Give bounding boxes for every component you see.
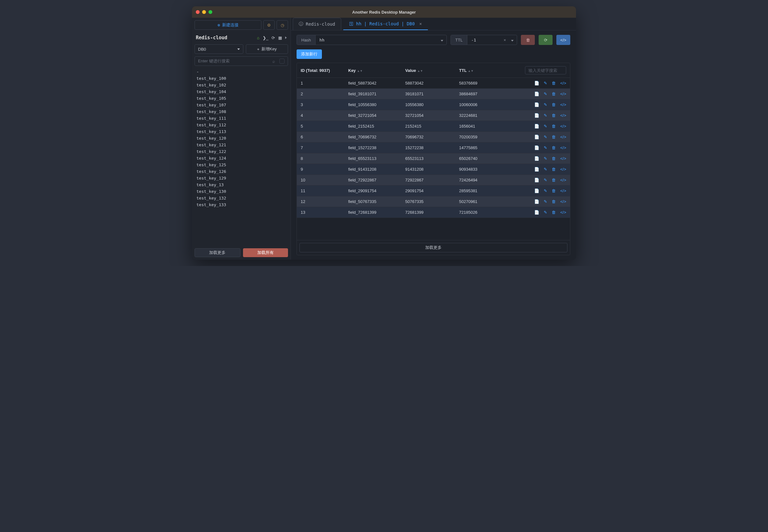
ttl-dropdown[interactable] [508,38,517,42]
key-list-item[interactable]: - [194,68,288,75]
sort-icon[interactable]: ▲▼ [417,69,423,73]
copy-icon[interactable]: 📄 [534,167,539,172]
sidebar-load-all-button[interactable]: 加载所有 [243,248,288,257]
edit-icon[interactable]: ✎ [544,124,547,129]
delete-row-icon[interactable]: 🗑 [552,178,556,182]
table-row[interactable]: 9field_914312089143120890934833📄✎🗑</> [297,164,570,175]
delete-row-icon[interactable]: 🗑 [552,113,556,118]
edit-icon[interactable]: ✎ [544,167,547,172]
key-list-item[interactable]: test_key_13 [194,181,288,188]
key-list-item[interactable]: test_key_133 [194,201,288,208]
key-list[interactable]: -test_key_100test_key_102test_key_104tes… [194,68,288,246]
key-header[interactable]: Key▲▼ [348,68,405,73]
code-row-icon[interactable]: </> [560,210,566,215]
table-load-more-button[interactable]: 加载更多 [299,243,568,252]
new-connection-button[interactable]: ⊕ 新建连接 [194,20,261,30]
delete-row-icon[interactable]: 🗑 [552,210,556,215]
window-minimize-icon[interactable] [202,10,206,14]
code-row-icon[interactable]: </> [560,81,566,85]
delete-row-icon[interactable]: 🗑 [552,124,556,129]
key-list-item[interactable]: test_key_107 [194,102,288,108]
edit-icon[interactable]: ✎ [544,199,547,204]
delete-row-icon[interactable]: 🗑 [552,199,556,204]
expand-icon[interactable] [285,36,287,39]
table-row[interactable]: 7field_152722381527223814775865📄✎🗑</> [297,143,570,153]
code-row-icon[interactable]: </> [560,156,566,161]
key-search-input[interactable]: Enter 键进行搜索 ⌕ [194,56,288,66]
sort-icon[interactable]: ▲▼ [468,69,474,73]
window-maximize-icon[interactable] [208,10,212,14]
code-row-icon[interactable]: </> [560,167,566,172]
delete-row-icon[interactable]: 🗑 [552,102,556,107]
search-icon[interactable]: ⌕ [272,59,275,64]
connection-name[interactable]: Redis-cloud [196,35,227,41]
edit-icon[interactable]: ✎ [544,210,547,215]
code-row-icon[interactable]: </> [560,178,566,182]
delete-row-icon[interactable]: 🗑 [552,92,556,96]
table-row[interactable]: 8field_655231136552311365026740📄✎🗑</> [297,153,570,164]
delete-row-icon[interactable]: 🗑 [552,167,556,172]
delete-row-icon[interactable]: 🗑 [552,135,556,139]
copy-icon[interactable]: 📄 [534,124,539,129]
code-row-icon[interactable]: </> [560,188,566,193]
key-list-item[interactable]: test_key_129 [194,175,288,181]
table-row[interactable]: 6field_706967327069673270200359📄✎🗑</> [297,132,570,143]
key-list-item[interactable]: test_key_105 [194,95,288,102]
edit-icon[interactable]: ✎ [544,145,547,150]
edit-icon[interactable]: ✎ [544,102,547,107]
edit-icon[interactable]: ✎ [544,156,547,161]
exact-match-checkbox[interactable] [279,59,284,64]
db-select[interactable]: DB0 [194,44,243,54]
edit-icon[interactable]: ✎ [544,188,547,193]
table-filter-input[interactable] [525,66,566,74]
key-list-item[interactable]: test_key_100 [194,75,288,82]
key-list-item[interactable]: test_key_112 [194,122,288,128]
key-list-item[interactable]: test_key_108 [194,108,288,115]
key-list-item[interactable]: test_key_113 [194,128,288,135]
copy-icon[interactable]: 📄 [534,113,539,118]
table-row[interactable]: 13field_726813997268139972185026📄✎🗑</> [297,207,570,218]
window-close-icon[interactable] [196,10,200,14]
copy-icon[interactable]: 📄 [534,178,539,182]
key-list-item[interactable]: test_key_104 [194,88,288,95]
key-list-item[interactable]: test_key_124 [194,155,288,161]
copy-icon[interactable]: 📄 [534,102,539,107]
settings-button[interactable]: ⚙ [263,20,275,30]
ttl-clear-icon[interactable]: × [502,38,508,42]
table-row[interactable]: 11field_290917542909175428595381📄✎🗑</> [297,186,570,196]
sidebar-load-more-button[interactable]: 加载更多 [194,248,240,257]
table-row[interactable]: 12field_507673355076733550270961📄✎🗑</> [297,196,570,207]
delete-row-icon[interactable]: 🗑 [552,81,556,85]
key-list-item[interactable]: test_key_130 [194,188,288,195]
ttl-header[interactable]: TTL▲▼ [459,68,500,73]
code-row-icon[interactable]: </> [560,124,566,129]
copy-icon[interactable]: 📄 [534,188,539,193]
history-button[interactable]: ◷ [276,20,288,30]
code-row-icon[interactable]: </> [560,113,566,118]
sort-icon[interactable]: ▲▼ [357,69,363,73]
terminal-icon[interactable]: ❯_ [263,35,268,40]
table-row[interactable]: 5field_215241521524151656041📄✎🗑</> [297,121,570,132]
ttl-input[interactable]: -1 [467,38,502,42]
edit-icon[interactable]: ✎ [544,178,547,182]
table-body[interactable]: 1field_588730425887304258376669📄✎🗑</>2fi… [297,78,570,240]
copy-icon[interactable]: 📄 [534,135,539,139]
code-view-button[interactable]: </> [556,35,570,45]
key-list-item[interactable]: test_key_126 [194,168,288,175]
close-icon[interactable]: × [419,21,422,26]
key-name-input[interactable]: hh [315,38,438,42]
edit-icon[interactable]: ✎ [544,113,547,118]
table-row[interactable]: 10field_729228677292286772426494📄✎🗑</> [297,175,570,186]
key-list-item[interactable]: test_key_121 [194,142,288,148]
refresh-connection-icon[interactable]: ⟳ [271,35,275,40]
key-list-item[interactable]: test_key_122 [194,148,288,155]
code-row-icon[interactable]: </> [560,199,566,204]
copy-icon[interactable]: 📄 [534,145,539,150]
key-list-item[interactable]: test_key_132 [194,195,288,201]
delete-row-icon[interactable]: 🗑 [552,156,556,161]
copy-icon[interactable]: 📄 [534,81,539,85]
copy-icon[interactable]: 📄 [534,156,539,161]
delete-row-icon[interactable]: 🗑 [552,145,556,150]
value-header[interactable]: Value▲▼ [405,68,459,73]
key-list-item[interactable]: test_key_120 [194,135,288,142]
